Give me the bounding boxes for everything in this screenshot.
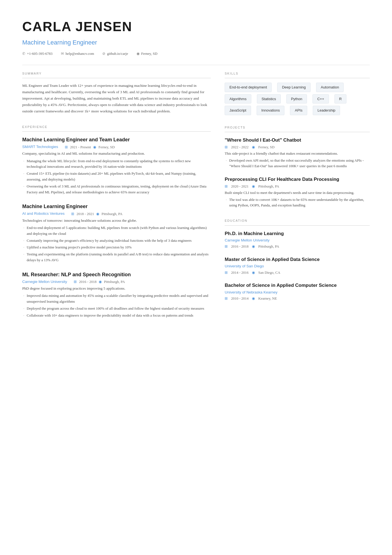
proj-loc-icon-1: ◉	[252, 144, 255, 150]
education-title: EDUCATION	[225, 218, 370, 223]
header-divider	[22, 65, 370, 65]
skills-grid: End-to-end deployment Deep Learning Auto…	[225, 83, 370, 115]
skills-title: SKILLS	[225, 71, 370, 76]
exp-date-3: 2016 - 2018	[79, 279, 96, 285]
exp-item-3: ML Researcher: NLP and Speech Recognitio…	[22, 271, 211, 319]
candidate-title: Machine Learning Engineer	[22, 38, 370, 47]
phone-value: +1-605-395-6783	[27, 51, 53, 56]
exp-date-loc-3: ⊞ 2016 - 2018 ◉ Pittsburgh, PA	[74, 279, 125, 285]
proj-loc-icon-2: ◉	[252, 184, 255, 189]
exp-bullet-3-1: Deployed the program across the cloud to…	[22, 306, 211, 312]
exp-item-1: Machine Learning Engineer and Team Leade…	[22, 136, 211, 195]
project-item-2: Preprocessing CLI For Healthcare Data Pr…	[225, 176, 370, 208]
edu-meta-1: ⊞ 2016 - 2018 ◉ Pittsburgh, PA	[225, 244, 370, 249]
project-desc-2: Built simple CLI tool to meet the depart…	[225, 190, 370, 196]
project-meta-1: ⊞ 2022 - 2022 ◉ Ferney, SD	[225, 144, 370, 150]
candidate-name: CARLA JENSEN	[22, 17, 370, 37]
location-contact: ◉ Ferney, SD	[137, 51, 157, 56]
header: CARLA JENSEN Machine Learning Engineer ✆…	[22, 17, 370, 56]
education-divider	[225, 225, 370, 226]
edu-item-2: Master of Science in Applied Data Scienc…	[225, 256, 370, 275]
summary-title: SUMMARY	[22, 71, 211, 76]
proj-cal-icon-2: ⊞	[225, 184, 228, 189]
proj-bullet-1-0: Developed own API model, so that the rob…	[225, 158, 370, 169]
skill-5: Python	[286, 94, 307, 104]
exp-date-1: 2021 - Present	[70, 144, 91, 150]
projects-section: PROJECTS "Where Should I Eat-Out" Chatbo…	[225, 125, 370, 209]
skills-section: SKILLS End-to-end deployment Deep Learni…	[225, 71, 370, 115]
exp-bullets-2: End-to-end deployment of 5 applications:…	[22, 225, 211, 263]
proj-bullet-2-0: The tool was able to convert 10K+ datase…	[225, 197, 370, 209]
cal-icon-3: ⊞	[74, 279, 77, 285]
contact-row: ✆ +1-605-395-6783 ✉ help@enhancv.com ⊘ g…	[22, 51, 370, 56]
proj-date-2: 2020 - 2021	[231, 184, 249, 189]
skill-10: APIs	[290, 106, 307, 115]
exp-date-2: 2018 - 2021	[76, 211, 94, 217]
loc-icon-3: ◉	[99, 279, 102, 285]
project-title-2: Preprocessing CLI For Healthcare Data Pr…	[225, 176, 370, 183]
projects-title: PROJECTS	[225, 125, 370, 130]
skills-divider	[225, 78, 370, 78]
project-bullets-2: The tool was able to convert 10K+ datase…	[225, 197, 370, 209]
exp-company-3: Carnegie Mellon University	[22, 279, 67, 285]
exp-loc-1: Ferney, SD	[98, 144, 115, 150]
skill-9: Innovations	[257, 106, 285, 115]
exp-bullet-3-2: Collaborate with 10+ data engineers to i…	[22, 313, 211, 319]
exp-title-2: Machine Learning Engineer	[22, 203, 211, 210]
edu-degree-1: Ph.D. in Machine Learning	[225, 230, 370, 237]
summary-divider	[22, 78, 211, 78]
edu-school-2: University of San Diego	[225, 263, 370, 269]
exp-title-1: Machine Learning Engineer and Team Leade…	[22, 136, 211, 144]
exp-company-1: SMART Technologies	[22, 144, 58, 150]
edu-loc-icon-1: ◉	[252, 244, 255, 249]
edu-loc-icon-2: ◉	[252, 270, 255, 275]
phone-icon: ✆	[22, 51, 25, 56]
exp-bullet-2-0: End-to-end deployment of 5 applications:…	[22, 225, 211, 237]
exp-bullet-1-0: Managing the whole ML lifecycle: from en…	[22, 158, 211, 170]
web-contact: ⊘ github.io/carje	[102, 51, 128, 56]
exp-title-3: ML Researcher: NLP and Speech Recognitio…	[22, 271, 211, 278]
loc-icon-2: ◉	[96, 211, 99, 217]
exp-bullets-3: Improved data mining and automation by 4…	[22, 293, 211, 318]
edu-loc-1: Pittsburgh, PA	[258, 244, 279, 249]
experience-divider	[22, 131, 211, 132]
summary-section: SUMMARY ML Engineer and Team Leader with…	[22, 71, 211, 115]
proj-cal-icon-1: ⊞	[225, 144, 228, 150]
project-desc-1: This side-project is a friendly chatbot …	[225, 151, 370, 156]
project-bullets-1: Developed own API model, so that the rob…	[225, 158, 370, 169]
edu-loc-2: San Diego, CA	[258, 270, 280, 275]
experience-section: EXPERIENCE Machine Learning Engineer and…	[22, 125, 211, 319]
edu-cal-icon-2: ⊞	[225, 270, 228, 275]
skill-0: End-to-end deployment	[225, 83, 272, 92]
exp-bullet-1-1: Created 15+ ETL pipeline (to train datas…	[22, 171, 211, 182]
exp-meta-2: AI and Robotics Ventures ⊞ 2018 - 2021 ◉…	[22, 211, 211, 216]
resume-page: CARLA JENSEN Machine Learning Engineer ✆…	[0, 0, 392, 555]
exp-meta-1: SMART Technologies ⊞ 2021 - Present ◉ Fe…	[22, 144, 211, 150]
exp-meta-3: Carnegie Mellon University ⊞ 2016 - 2018…	[22, 279, 211, 285]
exp-company-2: AI and Robotics Ventures	[22, 211, 64, 216]
skill-4: Statistics	[257, 94, 281, 104]
edu-meta-2: ⊞ 2014 - 2016 ◉ San Diego, CA	[225, 270, 370, 275]
exp-loc-2: Pittsburgh, PA	[101, 211, 122, 217]
exp-bullet-3-0: Improved data mining and automation by 4…	[22, 293, 211, 305]
exp-bullet-2-3: Testing and experimenting on the platfor…	[22, 251, 211, 263]
project-item-1: "Where Should I Eat-Out" Chatbot ⊞ 2022 …	[225, 137, 370, 169]
edu-degree-3: Bachelor of Science in Applied Computer …	[225, 282, 370, 289]
summary-text: ML Engineer and Team Leader with 12+ yea…	[22, 83, 211, 115]
experience-title: EXPERIENCE	[22, 125, 211, 129]
skill-2: Automation	[316, 83, 344, 92]
skill-6: C++	[312, 94, 329, 104]
exp-item-2: Machine Learning Engineer AI and Robotic…	[22, 203, 211, 263]
email-icon: ✉	[61, 51, 64, 56]
exp-bullets-1: Managing the whole ML lifecycle: from en…	[22, 158, 211, 195]
left-column: SUMMARY ML Engineer and Team Leader with…	[22, 71, 211, 329]
exp-bullet-1-2: Overseeing the work of 3 ML and AI profe…	[22, 184, 211, 195]
edu-cal-icon-3: ⊞	[225, 296, 228, 301]
skill-1: Deep Learning	[277, 83, 310, 92]
exp-date-loc-2: ⊞ 2018 - 2021 ◉ Pittsburgh, PA	[71, 211, 122, 217]
main-layout: SUMMARY ML Engineer and Team Leader with…	[22, 71, 370, 329]
exp-desc-1: Company, specializing in AI and ML solut…	[22, 151, 211, 156]
loc-icon-1: ◉	[93, 144, 96, 150]
proj-loc-2: Pittsburgh, PA	[258, 184, 279, 189]
exp-date-loc-1: ⊞ 2021 - Present ◉ Ferney, SD	[65, 144, 115, 150]
